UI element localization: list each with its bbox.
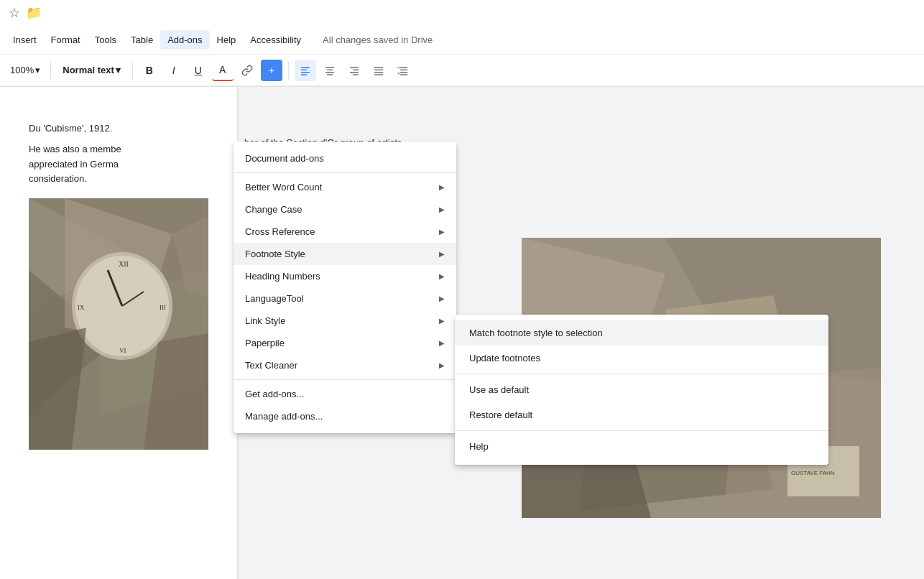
svg-rect-19 <box>400 74 407 75</box>
svg-rect-12 <box>374 67 383 68</box>
doc-text-3: appreciated in Germa <box>29 157 208 172</box>
addons-item-footnote-style[interactable]: Footnote Style ▶ <box>234 243 456 265</box>
addons-item-manage-add-ons[interactable]: Manage add-ons... <box>234 405 456 427</box>
doc-text-2: He was also a membe <box>29 142 208 157</box>
menu-item-tools[interactable]: Tools <box>88 30 124 50</box>
addons-item-heading-numbers[interactable]: Heading Numbers ▶ <box>234 265 456 287</box>
addons-section-2: Better Word Count ▶ Change Case ▶ Cross … <box>234 173 456 380</box>
chevron-right-icon: ▶ <box>439 295 445 302</box>
divider-1 <box>50 62 51 79</box>
chevron-right-icon: ▶ <box>439 250 445 258</box>
footnote-item-update-footnotes[interactable]: Update footnotes <box>455 346 828 371</box>
chevron-right-icon: ▶ <box>439 339 445 347</box>
save-status: All changes saved in Drive <box>323 34 433 45</box>
footnote-item-help[interactable]: Help <box>455 434 828 459</box>
font-color-button[interactable]: A <box>212 60 234 81</box>
document-image: XII IX III VI <box>29 198 208 450</box>
svg-text:VI: VI <box>119 347 126 354</box>
svg-rect-0 <box>301 67 310 68</box>
line-spacing-button[interactable] <box>392 60 414 81</box>
align-center-button[interactable] <box>319 60 341 81</box>
svg-text:IX: IX <box>78 304 85 311</box>
svg-text:III: III <box>160 304 166 311</box>
zoom-arrow-icon: ▾ <box>35 65 40 75</box>
chevron-right-icon: ▶ <box>439 272 445 280</box>
underline-button[interactable]: U <box>188 60 209 81</box>
svg-rect-3 <box>301 74 307 75</box>
footnote-item-use-as-default[interactable]: Use as default <box>455 377 828 402</box>
menu-bar: Insert Format Tools Table Add-ons Help A… <box>0 26 924 55</box>
formatting-bar: 100% ▾ Normal text ▾ B I U A + <box>0 55 924 86</box>
footnote-item-restore-default[interactable]: Restore default <box>455 402 828 427</box>
footnote-section-2: Use as default Restore default <box>455 374 828 431</box>
chevron-right-icon: ▶ <box>439 183 445 191</box>
zoom-select[interactable]: 100% ▾ <box>6 62 45 78</box>
align-right-button[interactable] <box>343 60 365 81</box>
doc-text-1: Du 'Cubisme', 1912. <box>29 121 208 136</box>
addons-menu: Document add-ons Better Word Count ▶ Cha… <box>234 142 456 433</box>
addons-item-document-add-ons[interactable]: Document add-ons <box>234 147 456 170</box>
menu-item-help[interactable]: Help <box>210 30 244 50</box>
star-icon[interactable]: ☆ <box>9 5 20 21</box>
chevron-right-icon: ▶ <box>439 317 445 325</box>
svg-rect-4 <box>325 67 334 68</box>
svg-text:XII: XII <box>119 260 129 268</box>
divider-3 <box>288 62 289 79</box>
addons-item-better-word-count[interactable]: Better Word Count ▶ <box>234 176 456 198</box>
svg-rect-15 <box>374 74 383 75</box>
svg-rect-8 <box>350 67 359 68</box>
svg-rect-18 <box>400 72 407 73</box>
style-arrow-icon: ▾ <box>116 65 121 75</box>
svg-text:GUSTAVE FAHN: GUSTAVE FAHN <box>791 470 835 476</box>
chevron-right-icon: ▶ <box>439 228 445 236</box>
svg-rect-1 <box>301 69 307 70</box>
folder-icon[interactable]: 📁 <box>26 5 42 21</box>
title-bar: ☆ 📁 <box>0 0 924 26</box>
addons-item-get-add-ons[interactable]: Get add-ons... <box>234 383 456 405</box>
align-justify-button[interactable] <box>368 60 389 81</box>
menu-item-addons[interactable]: Add-ons <box>160 30 209 50</box>
addons-section-3: Get add-ons... Manage add-ons... <box>234 380 456 430</box>
svg-rect-16 <box>400 67 407 68</box>
chevron-right-icon: ▶ <box>439 361 445 369</box>
svg-rect-2 <box>301 72 310 73</box>
footnote-item-match-style[interactable]: Match footnote style to selection <box>455 320 828 346</box>
svg-rect-7 <box>327 74 333 75</box>
addons-item-change-case[interactable]: Change Case ▶ <box>234 198 456 221</box>
addons-item-text-cleaner[interactable]: Text Cleaner ▶ <box>234 354 456 376</box>
svg-rect-13 <box>374 69 383 70</box>
insert-button[interactable]: + <box>261 60 282 81</box>
menu-item-insert[interactable]: Insert <box>6 30 44 50</box>
svg-rect-14 <box>374 72 383 73</box>
zoom-value: 100% <box>10 65 34 75</box>
menu-item-format[interactable]: Format <box>44 30 88 50</box>
chevron-right-icon: ▶ <box>439 205 445 213</box>
bold-button[interactable]: B <box>139 60 160 81</box>
svg-rect-10 <box>350 72 359 73</box>
svg-rect-5 <box>327 69 333 70</box>
menu-item-table[interactable]: Table <box>124 30 160 50</box>
menu-item-accessibility[interactable]: Accessibility <box>243 30 308 50</box>
style-select[interactable]: Normal text ▾ <box>57 62 126 78</box>
footnote-section-1: Match footnote style to selection Update… <box>455 318 828 374</box>
divider-2 <box>132 62 133 79</box>
svg-rect-9 <box>353 69 359 70</box>
link-button[interactable] <box>236 60 258 81</box>
addons-item-languagetool[interactable]: LanguageTool ▶ <box>234 287 456 310</box>
addons-section-1: Document add-ons <box>234 144 456 173</box>
italic-button[interactable]: I <box>163 60 185 81</box>
addons-item-paperpile[interactable]: Paperpile ▶ <box>234 332 456 354</box>
font-color-label: A <box>219 64 226 75</box>
svg-rect-6 <box>325 72 334 73</box>
document-area: Du 'Cubisme', 1912. He was also a membe … <box>0 87 924 579</box>
style-value: Normal text <box>63 65 114 75</box>
svg-rect-11 <box>353 74 359 75</box>
svg-rect-17 <box>400 69 407 70</box>
doc-text-4: consideration. <box>29 172 208 187</box>
addons-item-cross-reference[interactable]: Cross Reference ▶ <box>234 221 456 243</box>
align-left-button[interactable] <box>295 60 316 81</box>
addons-item-link-style[interactable]: Link Style ▶ <box>234 310 456 332</box>
footnote-submenu: Match footnote style to selection Update… <box>455 315 828 465</box>
footnote-section-3: Help <box>455 431 828 462</box>
